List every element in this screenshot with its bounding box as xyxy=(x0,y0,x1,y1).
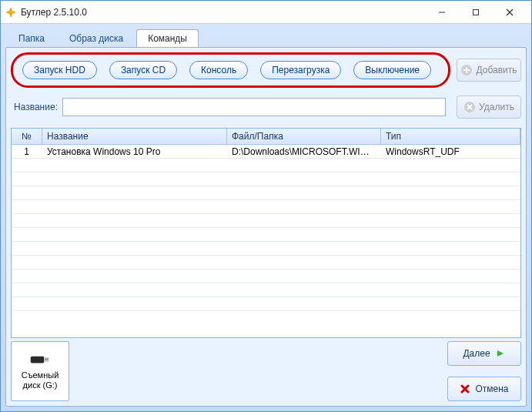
delete-button[interactable]: Удалить xyxy=(457,95,521,119)
cell-type xyxy=(381,165,520,166)
table-row xyxy=(12,159,520,173)
cell-num xyxy=(12,290,42,291)
tab-commands[interactable]: Команды xyxy=(136,29,199,47)
svg-marker-15 xyxy=(497,350,504,357)
cell-type: WindowsRT_UDF xyxy=(381,146,520,158)
cell-path: D:\Downloads\MICROSOFT.WINDO... xyxy=(227,146,381,158)
cell-name xyxy=(42,193,227,194)
cell-type xyxy=(381,234,520,236)
cell-path xyxy=(227,248,381,250)
col-header-path[interactable]: Файл/Папка xyxy=(227,129,381,144)
table-row[interactable]: 1Установка Windows 10 ProD:\Downloads\MI… xyxy=(12,145,520,159)
launch-hdd-button[interactable]: Запуск HDD xyxy=(22,61,97,79)
col-header-name[interactable]: Название xyxy=(42,129,227,144)
app-icon xyxy=(5,7,16,18)
table-header: № Название Файл/Папка Тип xyxy=(12,129,520,145)
cell-num xyxy=(12,262,42,263)
table-row xyxy=(12,173,520,186)
tab-disk-image[interactable]: Образ диска xyxy=(58,29,135,47)
cell-name xyxy=(42,262,227,263)
window-title: Бутлер 2.5.10.0 xyxy=(21,7,425,18)
next-button[interactable]: Далее xyxy=(447,341,521,366)
cell-num xyxy=(12,220,42,222)
device-label-1: Съемный xyxy=(22,370,59,380)
minimize-icon xyxy=(438,8,446,16)
cell-path xyxy=(227,303,381,305)
table: № Название Файл/Папка Тип 1Установка Win… xyxy=(11,128,521,338)
tab-folder[interactable]: Папка xyxy=(7,29,56,47)
cell-num xyxy=(12,234,42,236)
arrow-right-icon xyxy=(495,348,506,359)
cell-type xyxy=(381,276,520,277)
shutdown-button[interactable]: Выключение xyxy=(353,61,431,79)
cell-name xyxy=(42,206,227,208)
nav-buttons: Далее Отмена xyxy=(447,341,521,401)
cell-path xyxy=(227,276,381,277)
maximize-button[interactable] xyxy=(459,2,493,23)
cell-name xyxy=(42,179,227,180)
cell-num xyxy=(12,276,42,277)
table-row xyxy=(12,214,520,228)
col-header-type[interactable]: Тип xyxy=(381,129,520,144)
cell-name xyxy=(42,303,227,305)
window: Бутлер 2.5.10.0 Папка Образ диска Команд… xyxy=(0,0,532,412)
table-row xyxy=(12,256,520,270)
table-row xyxy=(12,242,520,256)
table-row xyxy=(12,200,520,214)
cell-path xyxy=(227,165,381,166)
console-button[interactable]: Консоль xyxy=(189,61,248,79)
table-row xyxy=(12,283,520,297)
titlebar: Бутлер 2.5.10.0 xyxy=(1,1,531,24)
table-row xyxy=(12,297,520,311)
device-label-2: диск (G:) xyxy=(23,380,58,390)
svg-rect-2 xyxy=(473,9,479,15)
cell-name: Установка Windows 10 Pro xyxy=(42,146,227,158)
cell-num xyxy=(12,206,42,208)
cell-type xyxy=(381,193,520,194)
device-tile[interactable]: Съемный диск (G:) xyxy=(11,341,69,401)
cell-path xyxy=(227,220,381,222)
name-row: Название: Удалить xyxy=(11,95,521,119)
cell-type xyxy=(381,262,520,263)
cell-name xyxy=(42,276,227,277)
tabs: Папка Образ диска Команды xyxy=(1,24,531,47)
add-button-label: Добавить xyxy=(476,65,517,75)
cell-path xyxy=(227,234,381,236)
table-body: 1Установка Windows 10 ProD:\Downloads\MI… xyxy=(12,145,520,337)
table-row xyxy=(12,270,520,283)
cell-name xyxy=(42,234,227,236)
add-button[interactable]: Добавить xyxy=(457,59,521,82)
cell-name xyxy=(42,220,227,222)
usb-drive-icon xyxy=(29,352,51,367)
cancel-button[interactable]: Отмена xyxy=(447,377,521,401)
name-input[interactable] xyxy=(62,98,446,116)
next-button-label: Далее xyxy=(463,348,490,359)
cell-type xyxy=(381,179,520,180)
svg-rect-14 xyxy=(47,359,48,360)
cancel-button-label: Отмена xyxy=(475,384,508,394)
close-button[interactable] xyxy=(493,2,527,23)
cancel-icon xyxy=(460,384,470,394)
launch-cd-button[interactable]: Запуск CD xyxy=(109,61,177,79)
cell-type xyxy=(381,248,520,250)
cell-type xyxy=(381,303,520,305)
maximize-icon xyxy=(472,8,480,16)
bottom-bar: Съемный диск (G:) Далее Отмена xyxy=(11,341,521,401)
delete-button-label: Удалить xyxy=(479,102,514,112)
col-header-num[interactable]: № xyxy=(12,129,42,144)
cell-name xyxy=(42,248,227,250)
cell-num xyxy=(12,165,42,166)
minimize-button[interactable] xyxy=(425,2,459,23)
name-label: Название: xyxy=(11,102,58,112)
cell-name xyxy=(42,165,227,166)
commands-group: Запуск HDD Запуск CD Консоль Перезагрузк… xyxy=(11,52,450,88)
cell-num xyxy=(12,303,42,305)
cell-path xyxy=(227,193,381,194)
commands-row: Запуск HDD Запуск CD Консоль Перезагрузк… xyxy=(11,52,521,88)
add-icon xyxy=(460,64,473,76)
cell-type xyxy=(381,290,520,291)
cell-num xyxy=(12,179,42,180)
svg-rect-12 xyxy=(44,358,49,362)
svg-rect-13 xyxy=(45,359,46,360)
reboot-button[interactable]: Перезагрузка xyxy=(260,61,341,79)
